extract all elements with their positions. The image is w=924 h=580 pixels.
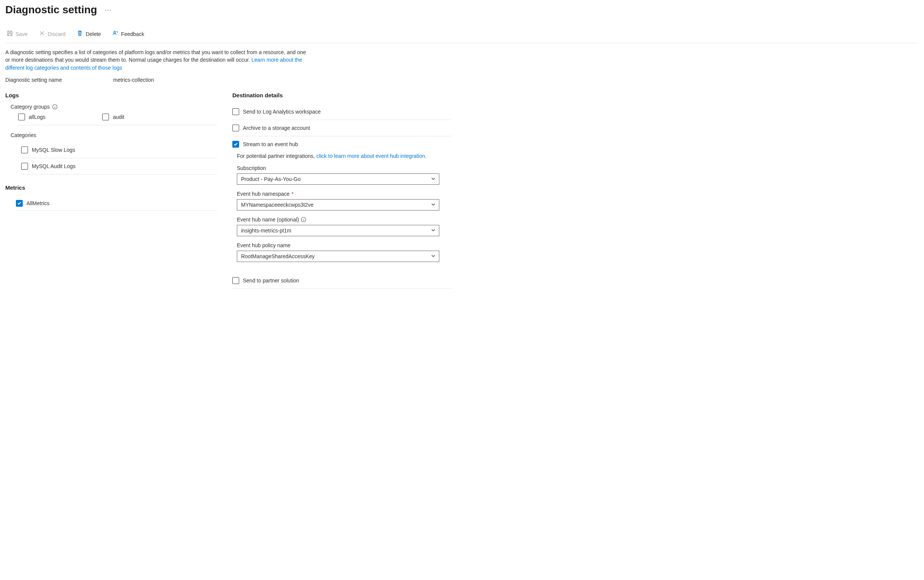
checkbox-box-checked <box>232 141 239 148</box>
hint-prefix: For potential partner integrations, <box>237 153 316 159</box>
metrics-heading: Metrics <box>5 185 217 191</box>
checkbox-box <box>232 108 239 115</box>
subscription-select[interactable]: Product - Pay-As-You-Go <box>237 173 439 185</box>
checkbox-mysql-slow-logs[interactable]: MySQL Slow Logs <box>21 147 217 153</box>
checkbox-box <box>102 114 109 120</box>
checkbox-audit[interactable]: audit <box>102 114 124 120</box>
trash-icon <box>77 30 83 38</box>
checkbox-label: Send to partner solution <box>243 277 299 283</box>
checkbox-alllogs[interactable]: allLogs <box>18 114 45 120</box>
intro-text: A diagnostic setting specifies a list of… <box>5 48 308 72</box>
category-groups-label: Category groups <box>11 104 50 110</box>
checkbox-log-analytics[interactable]: Send to Log Analytics workspace <box>232 108 452 115</box>
required-indicator: * <box>291 191 293 197</box>
checkbox-box <box>18 114 25 120</box>
categories-label: Categories <box>11 132 36 138</box>
checkbox-label: MySQL Slow Logs <box>32 147 75 153</box>
checkbox-label: audit <box>113 114 124 120</box>
checkbox-box <box>21 163 28 170</box>
save-label: Save <box>15 31 28 37</box>
namespace-select[interactable]: MYNamespaceeeckcwps3t2ve <box>237 199 439 211</box>
checkbox-label: Stream to an event hub <box>243 141 298 147</box>
namespace-label: Event hub namespace <box>237 191 289 197</box>
checkbox-mysql-audit-logs[interactable]: MySQL Audit Logs <box>21 163 217 170</box>
destinations-heading: Destination details <box>232 92 452 99</box>
policy-label: Event hub policy name <box>237 242 291 248</box>
event-hub-hint: For potential partner integrations, clic… <box>237 153 452 159</box>
toolbar: Save Discard Delete Feedback <box>5 27 919 43</box>
event-hub-integration-link[interactable]: click to learn more about event hub inte… <box>316 153 426 159</box>
feedback-button[interactable]: Feedback <box>111 30 146 38</box>
close-icon <box>39 30 45 38</box>
discard-label: Discard <box>48 31 66 37</box>
policy-select[interactable]: RootManageSharedAccessKey <box>237 250 439 262</box>
save-button[interactable]: Save <box>5 30 29 38</box>
logs-heading: Logs <box>5 92 217 99</box>
page-title: Diagnostic setting <box>5 4 97 16</box>
checkbox-box <box>232 277 239 284</box>
setting-name-label: Diagnostic setting name <box>5 77 113 83</box>
checkbox-partner[interactable]: Send to partner solution <box>232 277 452 284</box>
checkbox-label: Send to Log Analytics workspace <box>243 109 321 115</box>
delete-button[interactable]: Delete <box>75 30 102 38</box>
feedback-label: Feedback <box>121 31 144 37</box>
checkbox-label: Archive to a storage account <box>243 125 310 131</box>
info-icon[interactable] <box>52 104 58 109</box>
checkbox-storage[interactable]: Archive to a storage account <box>232 125 452 131</box>
checkbox-label: allLogs <box>29 114 45 120</box>
svg-point-0 <box>113 31 115 33</box>
checkbox-box <box>232 125 239 131</box>
delete-label: Delete <box>85 31 101 37</box>
info-icon[interactable] <box>301 217 306 222</box>
eventhub-name-select[interactable]: insights-metrics-pt1m <box>237 225 439 236</box>
eventhub-name-label: Event hub name (optional) <box>237 217 299 222</box>
checkbox-box-checked <box>16 200 23 207</box>
checkbox-box <box>21 147 28 153</box>
checkbox-event-hub[interactable]: Stream to an event hub <box>232 141 452 148</box>
feedback-icon <box>112 30 118 38</box>
checkbox-label: AllMetrics <box>26 200 49 206</box>
save-icon <box>7 30 13 38</box>
discard-button[interactable]: Discard <box>38 30 67 38</box>
more-menu-icon[interactable]: ··· <box>105 6 112 14</box>
setting-name-value: metrics-collection <box>113 77 154 83</box>
checkbox-label: MySQL Audit Logs <box>32 163 75 169</box>
subscription-label: Subscription <box>237 165 266 171</box>
checkbox-allmetrics[interactable]: AllMetrics <box>16 200 217 207</box>
